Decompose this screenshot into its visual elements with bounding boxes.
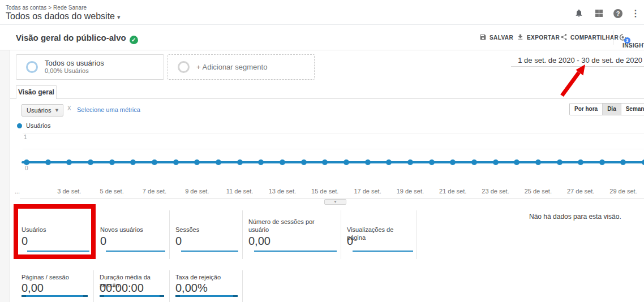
help-icon[interactable]: ? [612, 8, 624, 19]
chart-data-point[interactable] [66, 159, 72, 165]
chevron-down-icon: ▾ [117, 14, 121, 20]
metric-card-pageviews[interactable]: Visualizações de página 0 [341, 210, 417, 259]
analytics-page: Todas as contas>Rede Sanare Todos os dad… [0, 0, 644, 302]
property-view-selector[interactable]: Todos os dados do website▾ [6, 11, 121, 21]
x-axis-tick: 17 de set. [354, 188, 381, 195]
chart-data-point[interactable] [493, 159, 499, 165]
x-axis-tick: 19 de set. [397, 188, 424, 195]
chart-data-point[interactable] [258, 159, 264, 165]
chart-data-point[interactable] [173, 159, 179, 165]
chart-data-point[interactable] [216, 159, 221, 165]
save-icon [479, 34, 487, 42]
gridline [23, 133, 644, 133]
chart-data-point[interactable] [578, 159, 583, 165]
x-axis-tick: ... [15, 188, 20, 195]
chart-data-point[interactable] [280, 159, 285, 165]
granularity-week-button[interactable]: Semana [621, 103, 644, 115]
x-axis-tick: 23 de set. [482, 188, 509, 195]
chart-data-point[interactable] [365, 159, 371, 165]
x-axis-tick: 25 de set. [525, 188, 552, 195]
sparkline [175, 295, 238, 297]
tab-overview[interactable]: Visão geral [16, 85, 57, 99]
chart-data-point[interactable] [301, 159, 307, 165]
chart-data-point[interactable] [535, 159, 541, 165]
sparkline [254, 251, 337, 252]
chart-data-point[interactable] [322, 159, 328, 165]
chart-data-point[interactable] [130, 159, 136, 165]
chart-bottom-rule [20, 198, 644, 199]
chart-data-point[interactable] [599, 159, 605, 165]
segment-all-users[interactable]: Todos os usuários 0,00% Usuários [16, 54, 164, 80]
more-menu-icon[interactable]: ⋮ [629, 8, 642, 19]
x-axis-tick: 9 de set. [185, 188, 209, 195]
insights-badge: 3 [624, 37, 630, 44]
report-header: Visão geral do público-alvo✓ SALVAR EXPO… [0, 25, 644, 50]
sparkline [22, 295, 88, 297]
x-axis-tick: 13 de set. [269, 188, 296, 195]
granularity-button-group: Por hora Dia Semana Mês [569, 103, 644, 115]
metric-card-sessions[interactable]: Sessões 0 [169, 210, 242, 259]
chart-data-point[interactable] [45, 159, 51, 165]
chart-data-point[interactable] [237, 159, 243, 165]
metric-card-bounce-rate[interactable]: Taxa de rejeição 0,00% [169, 270, 243, 302]
verified-check-icon: ✓ [130, 36, 138, 44]
metric-card-sessions-per-user[interactable]: Número de sessões por usuário 0,00 [242, 210, 341, 259]
granularity-hourly-button[interactable]: Por hora [570, 103, 603, 115]
share-button[interactable]: COMPARTILHAR [560, 33, 619, 42]
metric-card-pages-per-session[interactable]: Páginas / sessão 0,00 [16, 270, 93, 302]
chart-series-line[interactable] [22, 161, 644, 163]
breadcrumb-all-accounts[interactable]: Todas as contas [6, 5, 46, 11]
collapse-handle[interactable]: ▼ [324, 199, 346, 205]
segment-circle-icon [26, 61, 38, 73]
chart-data-point[interactable] [514, 159, 520, 165]
date-range-selector[interactable]: 1 de set. de 2020 - 30 de set. de 2020 [518, 56, 642, 64]
chart-data-point[interactable] [24, 159, 29, 165]
metric-card-new-users[interactable]: Novos usuários 0 [94, 210, 169, 259]
chart-data-point[interactable] [620, 159, 626, 165]
metric-dropdown[interactable]: Usuários▼ [22, 104, 63, 117]
insights-icon: 3 [619, 33, 628, 41]
chart-data-point[interactable] [407, 159, 413, 165]
chart-data-point[interactable] [450, 159, 456, 165]
top-header-bar: Todas as contas>Rede Sanare Todos os dad… [0, 0, 644, 25]
apps-grid-icon[interactable] [593, 8, 606, 19]
share-icon [560, 34, 568, 42]
breadcrumb-separator: > [48, 5, 51, 11]
x-axis-tick: 15 de set. [311, 188, 338, 195]
chart-data-point[interactable] [386, 159, 392, 165]
legend-label: Usuários [26, 122, 50, 129]
chart-data-point[interactable] [642, 159, 644, 165]
chart-data-point[interactable] [344, 159, 349, 165]
save-button[interactable]: SALVAR [479, 33, 513, 42]
metric-card-users[interactable]: Usuários 0 [16, 210, 94, 259]
chart-data-point[interactable] [109, 159, 115, 165]
no-data-message: Não há dados para esta visão. [529, 213, 621, 221]
legend-dot-icon [17, 123, 22, 128]
x-axis-tick: 3 de set. [57, 188, 81, 195]
sparkline [27, 251, 89, 252]
sparkline [353, 251, 413, 252]
insights-button[interactable]: 3 INSIGHTS [619, 33, 644, 49]
select-metric-link[interactable]: Selecione uma métrica [77, 106, 140, 113]
y-axis-tick: 1 [24, 134, 27, 140]
sparkline [106, 251, 165, 252]
breadcrumb-account[interactable]: Rede Sanare [53, 5, 87, 11]
add-segment-button[interactable]: + Adicionar segmento [168, 54, 315, 80]
notifications-bell-icon[interactable] [573, 8, 585, 19]
chart-data-point[interactable] [471, 159, 477, 165]
chart-data-point[interactable] [557, 159, 563, 165]
granularity-day-button[interactable]: Dia [603, 103, 621, 115]
chart-data-point[interactable] [152, 159, 157, 165]
chart-data-point[interactable] [194, 159, 200, 165]
breadcrumb[interactable]: Todas as contas>Rede Sanare [6, 5, 88, 11]
divider [613, 31, 613, 45]
metric-card-avg-session-duration[interactable]: Duração média da sessão 00:00:00 [93, 270, 169, 302]
chart-data-point[interactable] [88, 159, 93, 165]
report-title: Visão geral do público-alvo✓ [16, 33, 138, 44]
download-icon [517, 34, 524, 42]
x-axis-tick: 7 de set. [143, 188, 166, 195]
export-button[interactable]: EXPORTAR [517, 33, 560, 42]
chart-data-point[interactable] [429, 159, 435, 165]
vs-marker: X [67, 105, 71, 111]
segment-subtitle: 0,00% Usuários [45, 67, 89, 74]
